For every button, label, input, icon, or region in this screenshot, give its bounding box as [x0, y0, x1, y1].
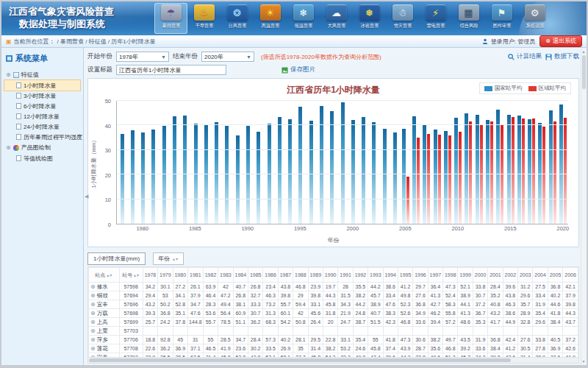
legend-entry-1[interactable]: 区域站平均	[528, 85, 567, 92]
nav-item-dafeng[interactable]: ☁大风普查	[320, 3, 353, 34]
tree-item-0-5[interactable]: 历年暴雨过程平均强度	[4, 132, 80, 142]
end-year-select[interactable]: 2020年 ▼	[201, 52, 254, 62]
row-expander-icon[interactable]: ⊕	[90, 336, 96, 343]
unit-button[interactable]: 1小时降水量(mm)	[87, 252, 146, 265]
legend-entry-0[interactable]: 国家站平均	[484, 85, 523, 92]
baoyu-icon: ☂	[161, 4, 182, 21]
col-header-year-1985[interactable]: 1985	[248, 268, 262, 283]
tree-group-0[interactable]: ⊕特征值	[4, 69, 80, 80]
col-header-year-2004[interactable]: 2004	[533, 268, 548, 283]
col-header-year-1991[interactable]: 1991	[338, 268, 353, 283]
row-expander-icon[interactable]: ⊕	[90, 310, 96, 316]
download-button[interactable]: 数据下载	[545, 52, 579, 61]
col-header-year-1989[interactable]: 1989	[308, 268, 323, 283]
tree-item-0-0[interactable]: 1小时降水量	[4, 80, 80, 91]
tree-item-0-3[interactable]: 12小时降水量	[4, 111, 80, 121]
station-name-cell[interactable]: ⊕万载	[89, 309, 120, 318]
nav-item-diwen[interactable]: ❄低温普查	[287, 3, 320, 34]
y-tick-10: 10	[105, 197, 111, 203]
col-header-station[interactable]: 站点 ▴▾	[89, 268, 120, 283]
col-header-year-2003[interactable]: 2003	[518, 268, 533, 283]
col-header-year-1978[interactable]: 1978	[143, 268, 157, 283]
nav-item-leidian[interactable]: ⚡雷电普查	[419, 3, 452, 34]
vertical-scrollbar[interactable]: ▲ ▼	[581, 49, 586, 364]
nav-item-baoyu[interactable]: ☂暴雨普查	[154, 3, 187, 34]
scroll-up-arrow[interactable]: ▲	[581, 49, 586, 54]
value-cell: 43.8	[278, 283, 293, 291]
tree-item-1-0[interactable]: 等值线绘图	[4, 153, 80, 163]
col-header-year-1988[interactable]: 1988	[293, 268, 308, 283]
row-expander-icon[interactable]: ⊕	[90, 301, 96, 308]
col-header-year-1995[interactable]: 1995	[398, 268, 412, 283]
zonghe-fengxian-icon: ▦	[459, 4, 479, 21]
col-header-id[interactable]: 站号 ▴▾	[119, 268, 143, 283]
bar-group-1992	[264, 101, 274, 224]
col-header-year-1981[interactable]: 1981	[187, 268, 203, 283]
col-header-year-1993[interactable]: 1993	[368, 268, 383, 283]
row-expander-icon[interactable]: ⊕	[90, 345, 96, 352]
nav-item-ganhan[interactable]: ♨干旱普查	[187, 3, 220, 34]
col-header-year-1986[interactable]: 1986	[263, 268, 278, 283]
col-header-year-1998[interactable]: 1998	[443, 268, 458, 283]
col-header-year-1983[interactable]: 1983	[218, 268, 233, 283]
chart-title-input[interactable]	[116, 65, 226, 75]
nav-item-bingbao[interactable]: ❅冰雹普查	[353, 3, 386, 34]
col-header-year-2000[interactable]: 2000	[473, 268, 487, 283]
col-header-year-1990[interactable]: 1990	[323, 268, 337, 283]
nav-item-xuezai[interactable]: ☃雪灾普查	[386, 3, 419, 34]
nav-item-xitong-shezhi[interactable]: ⚙系统设置	[518, 3, 551, 34]
breadcrumb-bar: ▣ 当前所在位置： / 暴雨普查 / 特征值 / 历年1小时降水量 登录用户: …	[1, 35, 587, 48]
value-cell: 45	[173, 336, 187, 344]
bar-group-2009	[442, 101, 453, 224]
tree-item-0-1[interactable]: 3小时降水量	[4, 91, 80, 101]
row-expander-icon[interactable]: ⊕	[90, 319, 96, 325]
breadcrumb[interactable]: / 暴雨普查 / 特征值 / 历年1小时降水量	[57, 38, 156, 46]
tree-group-1[interactable]: ⊕产品图绘制	[4, 142, 80, 153]
calculate-button[interactable]: 计算结果	[508, 52, 542, 61]
station-name-cell[interactable]: ⊕萍乡	[89, 336, 120, 344]
tree-item-0-4[interactable]: 24小时降水量	[4, 121, 80, 132]
tree-expander-icon[interactable]: ⊕	[6, 71, 11, 78]
sidebar-collapse-handle[interactable]: ◀	[85, 194, 88, 199]
station-name-cell[interactable]: ⊕莲花	[89, 344, 120, 353]
horizontal-scrollbar[interactable]	[87, 358, 579, 364]
nav-item-zonghe-fengxian[interactable]: ▦综合风险	[452, 3, 485, 34]
col-header-year-1982[interactable]: 1982	[203, 268, 218, 283]
row-expander-icon[interactable]: ⊕	[90, 283, 96, 290]
nav-item-taifeng[interactable]: ❂台风普查	[220, 3, 254, 34]
col-header-year-1987[interactable]: 1987	[278, 268, 293, 283]
col-header-year-2006[interactable]: 2006	[563, 268, 578, 283]
col-header-year-1984[interactable]: 1984	[233, 268, 248, 283]
nav-item-gaowen[interactable]: ☀高温普查	[254, 3, 287, 34]
col-header-year-1992[interactable]: 1992	[353, 268, 368, 283]
bar-regional-2019	[553, 121, 556, 224]
col-header-year-2005[interactable]: 2005	[548, 268, 562, 283]
station-name-cell[interactable]: ⊕上栗	[89, 327, 120, 336]
col-header-year-1997[interactable]: 1997	[428, 268, 442, 283]
col-header-year-1996[interactable]: 1996	[413, 268, 428, 283]
col-header-year-1994[interactable]: 1994	[383, 268, 398, 283]
logout-button[interactable]: ⊗ 退出系统	[539, 35, 582, 47]
station-name-cell[interactable]: ⊕宜丰	[89, 300, 120, 309]
station-name-cell[interactable]: ⊕上高	[89, 318, 120, 327]
year-sort-dropdown[interactable]: 年份 ▴▾	[153, 252, 184, 265]
vscrollbar-thumb[interactable]	[582, 55, 586, 89]
save-image-button[interactable]: 保存图片	[282, 66, 315, 74]
station-name-cell[interactable]: ⊕修水	[89, 283, 120, 291]
scroll-down-arrow[interactable]: ▼	[581, 359, 586, 364]
start-year-select[interactable]: 1978年 ▼	[116, 52, 169, 62]
row-expander-icon[interactable]: ⊕	[90, 292, 96, 299]
nav-item-tujian-shencha[interactable]: ⚑图件审查	[485, 3, 518, 34]
scrollbar-thumb[interactable]	[89, 358, 511, 362]
tree-item-0-2[interactable]: 6小时降水量	[4, 101, 80, 111]
col-header-year-2002[interactable]: 2002	[503, 268, 517, 283]
col-header-year-1979[interactable]: 1979	[158, 268, 173, 283]
station-id-cell: 57696	[119, 300, 143, 309]
col-header-year-2001[interactable]: 2001	[488, 268, 503, 283]
col-header-year-1980[interactable]: 1980	[173, 268, 187, 283]
col-header-year-1999[interactable]: 1999	[458, 268, 473, 283]
bar-national-2006	[412, 116, 416, 224]
station-name-cell[interactable]: ⊕铜鼓	[89, 291, 120, 300]
tree-expander-icon[interactable]: ⊕	[6, 144, 11, 151]
row-expander-icon[interactable]: ⊕	[90, 328, 96, 334]
